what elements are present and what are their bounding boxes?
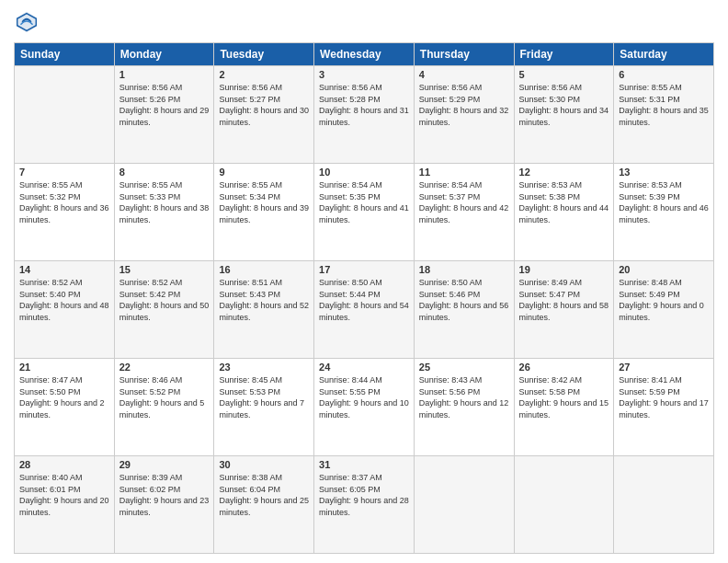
day-number: 22 [119, 362, 210, 373]
day-number: 7 [19, 167, 109, 178]
day-info: Sunrise: 8:54 AMSunset: 5:37 PMDaylight:… [419, 179, 509, 225]
calendar-table: SundayMondayTuesdayWednesdayThursdayFrid… [14, 42, 714, 554]
calendar-cell [15, 66, 115, 164]
calendar-cell: 9Sunrise: 8:55 AMSunset: 5:34 PMDaylight… [214, 164, 314, 261]
calendar-cell [414, 456, 514, 554]
calendar-week-row: 14Sunrise: 8:52 AMSunset: 5:40 PMDayligh… [15, 261, 714, 359]
day-number: 14 [19, 264, 109, 275]
day-info: Sunrise: 8:41 AMSunset: 5:59 PMDaylight:… [619, 374, 709, 420]
day-number: 8 [119, 167, 210, 178]
day-info: Sunrise: 8:50 AMSunset: 5:44 PMDaylight:… [319, 277, 409, 323]
day-number: 1 [119, 69, 210, 80]
day-info: Sunrise: 8:37 AMSunset: 6:05 PMDaylight:… [319, 472, 409, 518]
day-info: Sunrise: 8:53 AMSunset: 5:38 PMDaylight:… [519, 179, 609, 225]
day-number: 18 [419, 264, 509, 275]
day-info: Sunrise: 8:49 AMSunset: 5:47 PMDaylight:… [519, 277, 609, 323]
calendar-header: SundayMondayTuesdayWednesdayThursdayFrid… [15, 43, 714, 66]
calendar-cell: 15Sunrise: 8:52 AMSunset: 5:42 PMDayligh… [114, 261, 214, 359]
calendar-cell [614, 456, 714, 554]
day-info: Sunrise: 8:45 AMSunset: 5:53 PMDaylight:… [219, 374, 309, 420]
day-info: Sunrise: 8:39 AMSunset: 6:02 PMDaylight:… [119, 472, 210, 518]
day-number: 11 [419, 167, 509, 178]
day-info: Sunrise: 8:40 AMSunset: 6:01 PMDaylight:… [19, 472, 109, 518]
day-info: Sunrise: 8:50 AMSunset: 5:46 PMDaylight:… [419, 277, 509, 323]
calendar-cell: 11Sunrise: 8:54 AMSunset: 5:37 PMDayligh… [414, 164, 514, 261]
calendar-cell: 21Sunrise: 8:47 AMSunset: 5:50 PMDayligh… [15, 359, 115, 456]
calendar-cell: 13Sunrise: 8:53 AMSunset: 5:39 PMDayligh… [614, 164, 714, 261]
calendar-cell: 6Sunrise: 8:55 AMSunset: 5:31 PMDaylight… [614, 66, 714, 164]
day-number: 2 [219, 69, 309, 80]
day-info: Sunrise: 8:42 AMSunset: 5:58 PMDaylight:… [519, 374, 609, 420]
calendar-cell: 5Sunrise: 8:56 AMSunset: 5:30 PMDaylight… [514, 66, 614, 164]
day-number: 19 [519, 264, 609, 275]
weekday-header: Friday [514, 43, 614, 66]
day-info: Sunrise: 8:53 AMSunset: 5:39 PMDaylight:… [619, 179, 709, 225]
day-number: 29 [119, 459, 210, 470]
day-number: 20 [619, 264, 709, 275]
calendar-cell: 23Sunrise: 8:45 AMSunset: 5:53 PMDayligh… [214, 359, 314, 456]
calendar-cell: 28Sunrise: 8:40 AMSunset: 6:01 PMDayligh… [15, 456, 115, 554]
day-number: 28 [19, 459, 109, 470]
day-info: Sunrise: 8:55 AMSunset: 5:33 PMDaylight:… [119, 179, 210, 225]
calendar-cell: 18Sunrise: 8:50 AMSunset: 5:46 PMDayligh… [414, 261, 514, 359]
weekday-header: Thursday [414, 43, 514, 66]
day-number: 13 [619, 167, 709, 178]
weekday-header: Tuesday [214, 43, 314, 66]
day-number: 25 [419, 362, 509, 373]
calendar-week-row: 1Sunrise: 8:56 AMSunset: 5:26 PMDaylight… [15, 66, 714, 164]
calendar-cell: 27Sunrise: 8:41 AMSunset: 5:59 PMDayligh… [614, 359, 714, 456]
weekday-header: Monday [114, 43, 214, 66]
day-info: Sunrise: 8:51 AMSunset: 5:43 PMDaylight:… [219, 277, 309, 323]
svg-marker-0 [17, 12, 37, 32]
day-info: Sunrise: 8:56 AMSunset: 5:26 PMDaylight:… [119, 82, 210, 128]
day-info: Sunrise: 8:44 AMSunset: 5:55 PMDaylight:… [319, 374, 409, 420]
calendar-cell: 3Sunrise: 8:56 AMSunset: 5:28 PMDaylight… [314, 66, 415, 164]
calendar-cell: 20Sunrise: 8:48 AMSunset: 5:49 PMDayligh… [614, 261, 714, 359]
day-number: 5 [519, 69, 609, 80]
day-info: Sunrise: 8:56 AMSunset: 5:28 PMDaylight:… [319, 82, 409, 128]
calendar-cell: 10Sunrise: 8:54 AMSunset: 5:35 PMDayligh… [314, 164, 415, 261]
calendar-week-row: 28Sunrise: 8:40 AMSunset: 6:01 PMDayligh… [15, 456, 714, 554]
calendar-cell: 25Sunrise: 8:43 AMSunset: 5:56 PMDayligh… [414, 359, 514, 456]
weekday-header: Saturday [614, 43, 714, 66]
day-info: Sunrise: 8:55 AMSunset: 5:32 PMDaylight:… [19, 179, 109, 225]
day-number: 3 [319, 69, 409, 80]
calendar-cell: 29Sunrise: 8:39 AMSunset: 6:02 PMDayligh… [114, 456, 214, 554]
calendar-week-row: 7Sunrise: 8:55 AMSunset: 5:32 PMDaylight… [15, 164, 714, 261]
logo [14, 9, 43, 35]
day-info: Sunrise: 8:52 AMSunset: 5:42 PMDaylight:… [119, 277, 210, 323]
day-info: Sunrise: 8:55 AMSunset: 5:31 PMDaylight:… [619, 82, 709, 128]
day-info: Sunrise: 8:56 AMSunset: 5:30 PMDaylight:… [519, 82, 609, 128]
calendar-cell: 17Sunrise: 8:50 AMSunset: 5:44 PMDayligh… [314, 261, 415, 359]
logo-icon [14, 9, 40, 35]
day-number: 4 [419, 69, 509, 80]
day-info: Sunrise: 8:56 AMSunset: 5:27 PMDaylight:… [219, 82, 309, 128]
day-number: 21 [19, 362, 109, 373]
page: SundayMondayTuesdayWednesdayThursdayFrid… [0, 0, 728, 563]
day-info: Sunrise: 8:52 AMSunset: 5:40 PMDaylight:… [19, 277, 109, 323]
calendar-week-row: 21Sunrise: 8:47 AMSunset: 5:50 PMDayligh… [15, 359, 714, 456]
day-number: 10 [319, 167, 409, 178]
day-number: 16 [219, 264, 309, 275]
calendar-cell: 1Sunrise: 8:56 AMSunset: 5:26 PMDaylight… [114, 66, 214, 164]
weekday-header: Sunday [15, 43, 115, 66]
calendar-cell: 31Sunrise: 8:37 AMSunset: 6:05 PMDayligh… [314, 456, 415, 554]
day-number: 23 [219, 362, 309, 373]
day-info: Sunrise: 8:43 AMSunset: 5:56 PMDaylight:… [419, 374, 509, 420]
calendar-cell: 22Sunrise: 8:46 AMSunset: 5:52 PMDayligh… [114, 359, 214, 456]
day-info: Sunrise: 8:38 AMSunset: 6:04 PMDaylight:… [219, 472, 309, 518]
header [14, 9, 714, 35]
calendar-cell: 4Sunrise: 8:56 AMSunset: 5:29 PMDaylight… [414, 66, 514, 164]
calendar-cell: 2Sunrise: 8:56 AMSunset: 5:27 PMDaylight… [214, 66, 314, 164]
day-number: 15 [119, 264, 210, 275]
day-number: 6 [619, 69, 709, 80]
calendar-cell: 16Sunrise: 8:51 AMSunset: 5:43 PMDayligh… [214, 261, 314, 359]
day-number: 12 [519, 167, 609, 178]
day-info: Sunrise: 8:54 AMSunset: 5:35 PMDaylight:… [319, 179, 409, 225]
calendar-cell: 19Sunrise: 8:49 AMSunset: 5:47 PMDayligh… [514, 261, 614, 359]
day-info: Sunrise: 8:55 AMSunset: 5:34 PMDaylight:… [219, 179, 309, 225]
calendar-cell: 12Sunrise: 8:53 AMSunset: 5:38 PMDayligh… [514, 164, 614, 261]
day-info: Sunrise: 8:56 AMSunset: 5:29 PMDaylight:… [419, 82, 509, 128]
day-number: 31 [319, 459, 409, 470]
weekday-header: Wednesday [314, 43, 415, 66]
